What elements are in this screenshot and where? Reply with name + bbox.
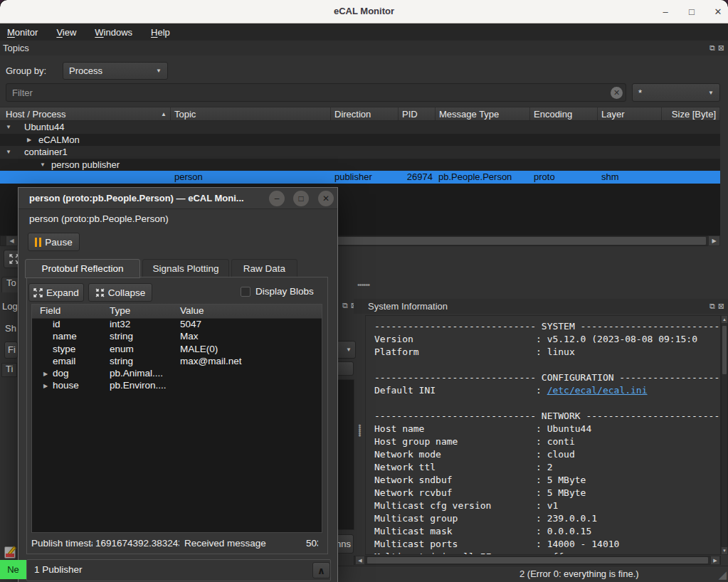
sysinfo-line: Network rcvbuf : 5 MByte — [374, 487, 720, 499]
window-close-icon[interactable]: ✕ — [711, 5, 725, 19]
dock-close-icon[interactable]: ⊠ — [718, 43, 724, 53]
chevron-right-icon[interactable]: ▶ — [43, 371, 48, 377]
menu-item-help[interactable]: Help — [151, 27, 170, 38]
columns-button-label: nns — [336, 539, 351, 549]
sysinfo-value: 0.0.0.15 — [547, 526, 592, 536]
column-header-topic[interactable]: Topic — [171, 107, 331, 120]
sysinfo-line: ----------------------------- NETWORK --… — [374, 410, 720, 423]
tree-row-ecalmon[interactable]: ▶eCALMon — [0, 134, 720, 147]
filter-input[interactable] — [6, 83, 626, 102]
window-maximize-icon[interactable]: □ — [685, 5, 699, 19]
hidden-panel-label-ti[interactable]: Ti — [1, 363, 17, 377]
table-row[interactable]: ▶housepb.Environ.... — [32, 380, 322, 392]
window-close-icon[interactable]: ✕ — [318, 191, 334, 206]
clear-filter-icon[interactable]: ✕ — [611, 87, 623, 99]
sysinfo-value: linux — [547, 346, 575, 357]
window-maximize-icon[interactable]: □ — [293, 191, 309, 206]
sysinfo-value: 239.0.0.1 — [547, 513, 597, 524]
chevron-down-icon[interactable]: ▼ — [6, 124, 11, 130]
scroll-left-icon[interactable]: ◀ — [355, 556, 365, 565]
chevron-right-icon[interactable]: ▶ — [43, 383, 48, 389]
scrollbar-handle[interactable] — [722, 325, 727, 375]
received-message-label: Received message — [184, 538, 267, 550]
filter-scope-combo[interactable]: * ▼ — [632, 83, 720, 102]
column-header-encoding[interactable]: Encoding — [530, 107, 598, 120]
scroll-down-icon[interactable]: ▼ — [721, 546, 728, 555]
table-row[interactable]: stypeenumMALE(0) — [32, 344, 322, 356]
column-header-host-process[interactable]: Host / Process▲ — [0, 107, 171, 120]
hidden-panel-label-fi[interactable]: Fi — [4, 342, 18, 359]
refl-column-field[interactable]: Field — [40, 305, 60, 316]
dock-float-icon[interactable]: ⧉ — [709, 302, 715, 311]
window-minimize-icon[interactable]: – — [269, 191, 285, 206]
tab-protobuf-reflection[interactable]: Protobuf Reflection — [25, 259, 140, 278]
column-header-pid[interactable]: PID — [399, 107, 436, 120]
cell-type: enum — [110, 344, 134, 354]
chevron-down-icon[interactable]: ▼ — [40, 162, 46, 168]
splitter-handle[interactable]: •••••• — [356, 424, 364, 436]
table-row-topic[interactable]: personpublisher26974pb.People.Personprot… — [0, 171, 720, 184]
display-blobs-checkbox[interactable] — [241, 287, 250, 297]
table-row[interactable]: ▶dogpb.Animal.... — [32, 368, 322, 380]
refl-column-value[interactable]: Value — [180, 305, 204, 316]
topics-column-header: Host / Process▲TopicDirectionPIDMessage … — [0, 107, 720, 121]
tab-signals-plotting[interactable]: Signals Plotting — [142, 259, 229, 277]
chevron-right-icon[interactable]: ▶ — [27, 137, 31, 143]
expand-button[interactable]: Expand — [28, 283, 84, 302]
scroll-left-icon[interactable]: ◀ — [6, 236, 18, 246]
table-row[interactable]: idint325047 — [32, 319, 322, 331]
dock-float-icon[interactable]: ⧉ — [342, 301, 348, 310]
hidden-combo-fragment[interactable]: ▼ — [336, 341, 356, 359]
chevron-down-icon: ▼ — [708, 90, 714, 96]
dock-close-icon[interactable]: ⊠ — [718, 302, 724, 311]
tree-row-container1[interactable]: ▼container1 — [0, 146, 720, 159]
column-label: Topic — [174, 109, 196, 120]
refl-column-type[interactable]: Type — [110, 305, 130, 316]
sysinfo-label: Multicast ports : — [374, 539, 547, 549]
group-by-combo[interactable]: Process ▼ — [63, 62, 168, 80]
table-row[interactable]: emailstringmax@mail.net — [32, 356, 322, 368]
sysinfo-line: Host name : Ubuntu44 — [374, 423, 720, 435]
window-minimize-icon[interactable]: – — [658, 5, 672, 19]
splitter-handle[interactable]: •••••• — [357, 280, 369, 289]
collapse-panel-button[interactable]: ∧ — [312, 562, 330, 578]
sysinfo-line: ----------------------------- CONFIGURAT… — [374, 371, 720, 384]
scroll-up-icon[interactable]: ▲ — [721, 315, 728, 324]
column-header-direction[interactable]: Direction — [331, 107, 399, 120]
dialog-titlebar[interactable]: person (proto:pb.People.Person) — eCAL M… — [19, 188, 337, 209]
collapse-button[interactable]: Collapse — [88, 283, 152, 302]
sysinfo-value[interactable]: /etc/ecal/ecal.ini — [547, 385, 648, 396]
pause-button[interactable]: Pause — [28, 233, 80, 251]
column-header-message-type[interactable]: Message Type — [436, 107, 530, 120]
tab-raw-data[interactable]: Raw Data — [231, 259, 297, 277]
resize-grip[interactable]: ◢ — [718, 568, 727, 581]
sysinfo-label: Network sndbuf : — [374, 475, 547, 485]
cell-value: MALE(0) — [180, 344, 218, 354]
window-titlebar[interactable]: eCAL Monitor – □ ✕ — [0, 0, 728, 23]
sysinfo-line: Version : v5.12.0 (2023-08-08 09:15:0 — [374, 333, 720, 346]
sysinfo-label: Default INI : — [374, 385, 547, 396]
chevron-down-icon: ▼ — [346, 346, 352, 353]
edit-icon[interactable] — [4, 546, 16, 559]
scrollbar-handle[interactable] — [366, 556, 709, 564]
chevron-down-icon: ▼ — [156, 68, 162, 74]
menu-item-view[interactable]: View — [56, 27, 76, 38]
menu-item-windows[interactable]: Windows — [95, 27, 132, 38]
topics-dock-header: Topics ⧉ ⊠ — [0, 41, 728, 55]
topics-dock-title: Topics — [3, 43, 29, 53]
sysinfo-label: Network rcvbuf : — [374, 487, 547, 498]
tree-row-person-publisher[interactable]: ▼person publisher — [0, 159, 720, 171]
scroll-right-icon[interactable]: ▶ — [708, 236, 720, 246]
sysinfo-value: 14000 - 14010 — [547, 539, 620, 549]
status-badge: Ne — [0, 560, 26, 579]
dock-float-icon[interactable]: ⧉ — [709, 43, 715, 53]
tree-row-ubuntu44[interactable]: ▼Ubuntu44 — [0, 121, 720, 134]
column-header-size-byte-[interactable]: Size [Byte] — [662, 107, 720, 120]
column-header-layer[interactable]: Layer — [598, 107, 662, 120]
table-row[interactable]: namestringMax — [32, 331, 322, 343]
scroll-right-icon[interactable]: ▶ — [710, 556, 720, 565]
menu-item-monitor[interactable]: Monitor — [7, 27, 38, 38]
cell-type: pb.Animal.... — [110, 368, 163, 379]
sysinfo-value: 2 — [547, 462, 553, 472]
chevron-down-icon[interactable]: ▼ — [6, 149, 11, 155]
